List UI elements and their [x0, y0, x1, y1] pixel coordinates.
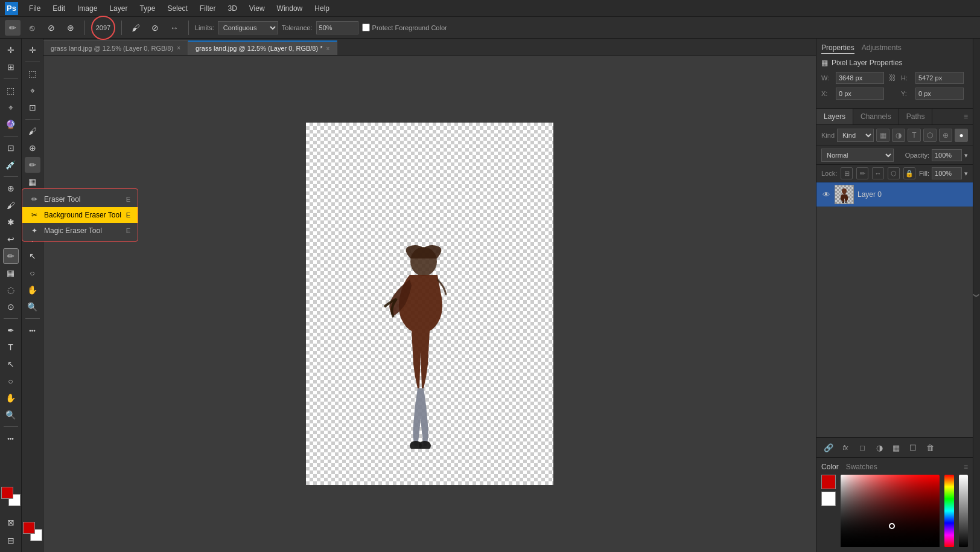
s-more[interactable]: •••	[25, 323, 40, 338]
filter-type-icon[interactable]: T	[908, 129, 921, 142]
color-panel-menu[interactable]: ≡	[964, 463, 968, 471]
hue-slider[interactable]	[944, 475, 953, 547]
tool-option-2[interactable]: ⊘	[43, 20, 59, 36]
s-fill[interactable]: ▦	[25, 174, 40, 190]
s-marquee-single[interactable]: ⊡	[25, 100, 40, 115]
menu-image[interactable]: Image	[72, 3, 102, 14]
brush-option-2[interactable]: ⊘	[147, 20, 163, 36]
layer-mask-btn[interactable]: □	[855, 440, 870, 455]
menu-help[interactable]: Help	[310, 3, 334, 14]
menu-edit[interactable]: Edit	[48, 3, 70, 14]
s-eraser-active[interactable]: ✏	[25, 157, 40, 173]
canvas-document[interactable]	[306, 123, 553, 485]
brightness-slider[interactable]	[959, 475, 968, 547]
tool-eraser-btn[interactable]: ✏	[5, 20, 21, 36]
crop-tool[interactable]: ⊡	[3, 140, 19, 156]
canvas-content[interactable]	[43, 56, 816, 552]
width-input[interactable]	[836, 72, 884, 84]
dodge-tool[interactable]: ⊙	[3, 299, 19, 315]
filter-smart-icon[interactable]: ⊕	[939, 129, 952, 142]
color-spectrum[interactable]	[841, 475, 940, 547]
layer-adjustment-btn[interactable]: ◑	[872, 440, 886, 455]
tab-1[interactable]: grass land.jpg @ 12.5% (Layer 0, RGB/8) …	[188, 40, 337, 55]
color-tab[interactable]: Color	[821, 463, 839, 471]
layer-link-btn[interactable]: 🔗	[821, 440, 836, 455]
artboard-tool[interactable]: ⊞	[3, 59, 19, 75]
lock-position-icon[interactable]: ✏	[856, 167, 868, 179]
tolerance-input[interactable]	[316, 21, 358, 34]
marquee-tool[interactable]: ⬚	[3, 83, 19, 98]
height-input[interactable]	[915, 72, 964, 84]
menu-layer[interactable]: Layer	[104, 3, 132, 14]
menu-select[interactable]: Select	[162, 3, 192, 14]
brush-tool[interactable]: 🖌	[3, 197, 19, 213]
s-marquee-rect[interactable]: ⬚	[25, 66, 40, 82]
tool-option-1[interactable]: ⎋	[24, 20, 40, 36]
s-marquee-poly[interactable]: ⌖	[25, 83, 40, 98]
tab-0[interactable]: grass land.jpg @ 12.5% (Layer 0, RGB/8) …	[43, 40, 188, 55]
s-zoom[interactable]: 🔍	[25, 299, 40, 315]
channels-tab[interactable]: Channels	[853, 109, 899, 124]
tab-adjustments[interactable]: Adjustments	[862, 43, 902, 54]
screen-mode-btn[interactable]: ⊟	[3, 533, 19, 548]
filter-adjust-icon[interactable]: ◑	[892, 129, 905, 142]
swatches-tab[interactable]: Swatches	[846, 463, 877, 471]
menu-window[interactable]: Window	[272, 3, 308, 14]
tab-1-close[interactable]: ×	[326, 45, 330, 52]
layer-0-visibility[interactable]: 👁	[821, 190, 831, 199]
layers-tab[interactable]: Layers	[816, 109, 853, 124]
text-tool[interactable]: T	[3, 339, 19, 355]
lock-pixels-icon[interactable]: ⊞	[841, 167, 853, 179]
opacity-input[interactable]	[932, 149, 962, 161]
x-input[interactable]	[836, 88, 884, 100]
brush-option-3[interactable]: ↔	[167, 20, 182, 36]
filter-pixel-icon[interactable]: ▦	[876, 129, 889, 142]
tool-option-3[interactable]: ⊛	[63, 20, 78, 36]
tab-0-close[interactable]: ×	[177, 45, 180, 51]
lock-move-icon[interactable]: ↔	[872, 167, 884, 179]
layer-fx-btn[interactable]: fx	[838, 440, 853, 455]
lasso-tool[interactable]: ⌖	[3, 100, 19, 115]
layer-delete-btn[interactable]: 🗑	[923, 440, 937, 455]
filter-active-toggle[interactable]: ●	[955, 129, 968, 142]
lock-artboard-icon[interactable]: ⬡	[888, 167, 900, 179]
layers-panel-menu[interactable]: ≡	[959, 110, 973, 123]
s-fg-color[interactable]	[23, 522, 35, 534]
menu-type[interactable]: Type	[135, 3, 160, 14]
clone-tool[interactable]: ✱	[3, 214, 19, 230]
blend-mode-select[interactable]: Normal Dissolve Multiply Screen	[821, 149, 894, 162]
more-tools[interactable]: •••	[3, 431, 19, 446]
gradient-tool[interactable]: ▦	[3, 265, 19, 281]
s-brush-2[interactable]: ⊕	[25, 140, 40, 156]
tab-properties[interactable]: Properties	[821, 43, 854, 54]
path-select-tool[interactable]: ↖	[3, 356, 19, 372]
foreground-color-swatch[interactable]	[1, 487, 13, 499]
s-move-tool[interactable]: ✛	[25, 42, 40, 58]
blur-tool[interactable]: ◌	[3, 282, 19, 298]
zoom-tool[interactable]: 🔍	[3, 407, 19, 423]
history-brush-tool[interactable]: ↩	[3, 231, 19, 247]
fill-input[interactable]	[932, 167, 962, 179]
protect-fg-checkbox[interactable]	[362, 24, 370, 31]
filter-kind-select[interactable]: Kind	[837, 129, 874, 142]
y-input[interactable]	[915, 88, 964, 100]
layer-group-btn[interactable]: ▦	[889, 440, 903, 455]
shape-tool[interactable]: ○	[3, 373, 19, 389]
menu-file[interactable]: File	[24, 3, 45, 14]
filter-shape-icon[interactable]: ⬡	[923, 129, 937, 142]
paths-tab[interactable]: Paths	[899, 109, 933, 124]
lock-all-icon[interactable]: 🔒	[903, 167, 915, 179]
s-path-select[interactable]: ↖	[25, 248, 40, 264]
limits-select[interactable]: Contiguous Discontiguous Find Edges	[218, 21, 278, 34]
hand-tool[interactable]: ✋	[3, 390, 19, 406]
menu-3d[interactable]: 3D	[223, 3, 241, 14]
fg-swatch[interactable]	[821, 475, 836, 489]
s-hand[interactable]: ✋	[25, 282, 40, 298]
tool-popup-bg-eraser[interactable]: ✂ Background Eraser Tool E	[22, 207, 138, 223]
eyedropper-tool[interactable]: 💉	[3, 157, 19, 173]
menu-filter[interactable]: Filter	[195, 3, 221, 14]
move-tool[interactable]: ✛	[3, 42, 19, 58]
brush-size-selector[interactable]: 2097	[91, 16, 115, 40]
menu-view[interactable]: View	[244, 3, 270, 14]
brush-option-1[interactable]: 🖌	[128, 20, 144, 36]
